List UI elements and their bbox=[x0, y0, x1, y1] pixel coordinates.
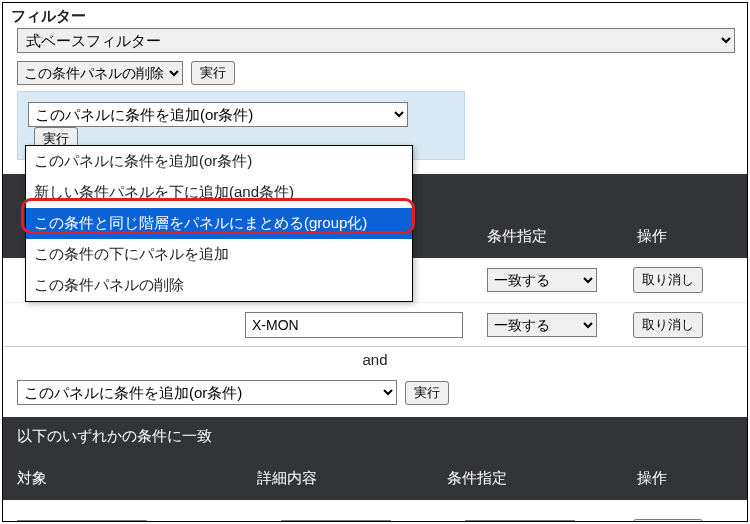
dropdown-option-4[interactable]: この条件パネルの削除 bbox=[26, 270, 412, 301]
column-header-2: 対象 詳細内容 条件指定 操作 bbox=[3, 456, 747, 500]
data-row-2: 一致する 取り消し bbox=[3, 302, 747, 346]
dropdown-option-0[interactable]: このパネルに条件を追加(or条件) bbox=[26, 146, 412, 177]
panel1-add-select[interactable]: このパネルに条件を追加(or条件) bbox=[28, 102, 408, 127]
col-action: 操作 bbox=[577, 227, 739, 246]
row1-cancel-button[interactable]: 取り消し bbox=[633, 267, 703, 293]
panel-delete-select[interactable]: この条件パネルの削除 bbox=[17, 61, 183, 85]
row3-detail-select[interactable]: (1) user bbox=[281, 520, 391, 522]
dropdown-option-3[interactable]: この条件の下にパネルを追加 bbox=[26, 239, 412, 270]
col-detail-2: 詳細内容 bbox=[237, 469, 417, 488]
row3-cancel-button[interactable]: 取り消し bbox=[633, 519, 703, 522]
row2-cancel-button[interactable]: 取り消し bbox=[633, 312, 703, 338]
col-target-2: 対象 bbox=[17, 469, 237, 488]
panel2-add-select[interactable]: このパネルに条件を追加(or条件) bbox=[17, 380, 397, 405]
dropdown-option-1[interactable]: 新しい条件パネルを下に追加(and条件) bbox=[26, 177, 412, 208]
row3-target-select[interactable]: ファシリティ bbox=[17, 520, 147, 522]
filter-type-select[interactable]: 式ベースフィルター bbox=[17, 28, 735, 53]
data-row-3: ファシリティ (1) user 一致する 取り消し bbox=[3, 500, 747, 522]
col-action-2: 操作 bbox=[577, 469, 739, 488]
and-separator: and bbox=[3, 346, 747, 372]
match-any-title: 以下のいずれかの条件に一致 bbox=[3, 417, 747, 456]
panel-action-dropdown[interactable]: このパネルに条件を追加(or条件) 新しい条件パネルを下に追加(and条件) こ… bbox=[25, 145, 413, 302]
col-condition: 条件指定 bbox=[417, 227, 577, 246]
row3-condition-select[interactable]: 一致する bbox=[465, 520, 575, 522]
execute-button-3[interactable]: 実行 bbox=[405, 381, 449, 405]
col-condition-2: 条件指定 bbox=[417, 469, 577, 488]
filter-label: フィルター bbox=[3, 3, 747, 26]
row2-condition-select[interactable]: 一致する bbox=[487, 313, 597, 337]
row2-value-input[interactable] bbox=[245, 312, 463, 338]
dropdown-option-2[interactable]: この条件と同じ階層をパネルにまとめる(group化) bbox=[26, 208, 412, 239]
row1-condition-select[interactable]: 一致する bbox=[487, 268, 597, 292]
execute-button-1[interactable]: 実行 bbox=[191, 61, 235, 85]
